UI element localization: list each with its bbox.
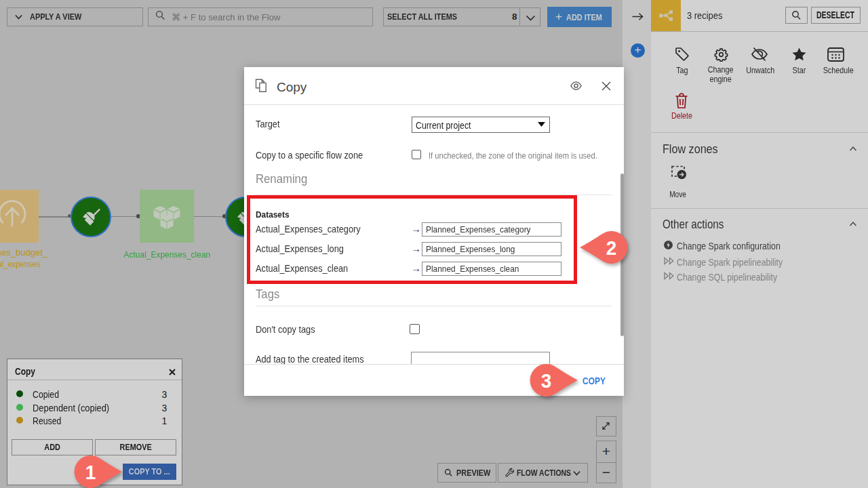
svg-text:2: 2 bbox=[606, 236, 616, 258]
svg-text:1: 1 bbox=[85, 460, 96, 483]
svg-text:3: 3 bbox=[540, 369, 551, 392]
